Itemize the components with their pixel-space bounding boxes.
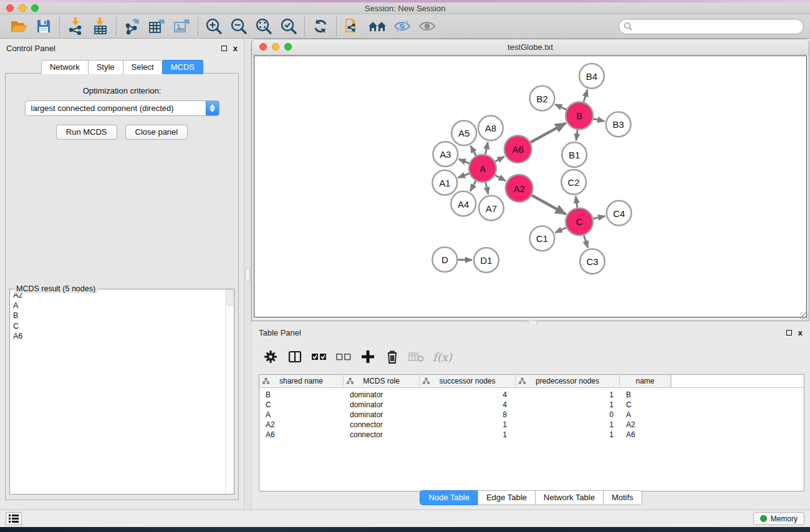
graph-node-A4[interactable]: A4 [451, 191, 476, 216]
duplicate-network-icon[interactable] [340, 16, 365, 36]
memory-button[interactable]: Memory [753, 512, 804, 525]
table-row[interactable]: A dominator 8 0 A [259, 410, 804, 420]
network-canvas[interactable]: B4B2BB3A5A8A6B1A3AC2A1A2A4A7C4CC1C3DD1 [254, 56, 807, 317]
graph-edge-A-A4[interactable] [470, 181, 476, 191]
graph-edge-A-A2[interactable] [495, 175, 506, 181]
select-all-icon[interactable] [310, 347, 329, 366]
export-image-icon[interactable] [170, 16, 195, 36]
graph-node-A5[interactable]: A5 [451, 120, 476, 145]
graph-node-A1[interactable]: A1 [432, 170, 457, 195]
import-network-icon[interactable] [63, 16, 88, 36]
search-input[interactable] [632, 20, 803, 32]
cell-shared-name[interactable]: A2 [259, 420, 344, 430]
cell-successor-nodes[interactable]: 8 [420, 410, 516, 420]
open-session-icon[interactable] [6, 16, 31, 36]
graph-node-B2[interactable]: B2 [530, 86, 555, 111]
graph-node-A7[interactable]: A7 [479, 196, 504, 221]
cell-shared-name[interactable]: A [259, 410, 344, 420]
save-session-icon[interactable] [31, 16, 56, 36]
graph-node-C3[interactable]: C3 [580, 249, 605, 274]
graph-edge-C-C2[interactable] [576, 196, 577, 208]
column-header-predecessor-nodes[interactable]: predecessor nodes [516, 375, 620, 387]
cell-predecessor-nodes[interactable]: 0 [516, 410, 620, 420]
graph-node-C[interactable]: C [566, 208, 593, 236]
graph-edge-A-A8[interactable] [485, 142, 488, 155]
column-header-successor-nodes[interactable]: successor nodes [420, 375, 516, 387]
network-graph-svg[interactable]: B4B2BB3A5A8A6B1A3AC2A1A2A4A7C4CC1C3DD1 [254, 56, 806, 317]
graph-edge-B-B2[interactable] [555, 104, 566, 110]
cell-name[interactable]: B [620, 390, 671, 400]
graph-node-A6[interactable]: A6 [504, 135, 532, 163]
graph-node-D[interactable]: D [432, 247, 457, 272]
graph-node-D1[interactable]: D1 [474, 248, 499, 273]
home-icon[interactable] [365, 16, 390, 36]
graph-edge-B-B1[interactable] [576, 130, 577, 140]
graph-node-A8[interactable]: A8 [478, 115, 503, 140]
table-row[interactable]: A2 connector 1 1 A2 [259, 420, 804, 430]
export-network-icon[interactable] [120, 16, 145, 36]
table-row[interactable]: C dominator 4 1 C [259, 400, 804, 410]
mcds-result-item[interactable]: B [11, 311, 225, 321]
graph-edge-A-A5[interactable] [471, 146, 476, 156]
column-header-shared-name[interactable]: shared name [259, 375, 344, 387]
show-graphics-details-icon[interactable] [415, 16, 440, 36]
tab-mcds[interactable]: MCDS [162, 60, 203, 74]
hide-graphics-details-icon[interactable] [390, 16, 415, 36]
cell-name[interactable]: C [620, 400, 671, 410]
graph-node-B4[interactable]: B4 [579, 64, 604, 89]
tab-edge-table[interactable]: Edge Table [478, 490, 536, 505]
tab-style[interactable]: Style [88, 60, 123, 74]
float-panel-icon[interactable] [221, 46, 227, 51]
cell-successor-nodes[interactable]: 1 [420, 430, 516, 440]
zoom-out-icon[interactable] [226, 16, 251, 36]
graph-node-A3[interactable]: A3 [433, 142, 458, 167]
cell-mcds-role[interactable]: dominator [344, 400, 420, 410]
delete-column-trash-icon[interactable] [383, 347, 402, 366]
cell-name[interactable]: A [620, 410, 671, 420]
cell-mcds-role[interactable]: connector [344, 430, 420, 440]
cell-name[interactable]: A6 [620, 430, 671, 440]
cell-mcds-role[interactable]: connector [344, 420, 420, 430]
tab-network[interactable]: Network [41, 60, 89, 74]
graph-node-C1[interactable]: C1 [530, 226, 555, 251]
cell-shared-name[interactable]: B [259, 390, 344, 400]
search-field[interactable] [619, 19, 804, 34]
graph-edge-C-C1[interactable] [555, 228, 566, 233]
cell-successor-nodes[interactable]: 4 [420, 390, 516, 400]
vertical-split-divider[interactable] [244, 39, 251, 510]
graph-edge-A-A3[interactable] [459, 159, 470, 163]
graph-node-A[interactable]: A [469, 155, 496, 182]
graph-edge-A-A1[interactable] [458, 173, 470, 178]
table-row[interactable]: A6 connector 1 1 A6 [259, 430, 804, 440]
graph-edge-A2-C[interactable] [532, 195, 566, 214]
graph-node-C4[interactable]: C4 [607, 201, 632, 226]
cell-successor-nodes[interactable]: 1 [420, 420, 516, 430]
cell-predecessor-nodes[interactable]: 1 [516, 420, 620, 430]
deselect-all-icon[interactable] [334, 347, 353, 366]
tab-motifs[interactable]: Motifs [603, 490, 642, 505]
cell-mcds-role[interactable]: dominator [344, 410, 420, 420]
zoom-in-icon[interactable] [201, 16, 226, 36]
graph-edge-B-B4[interactable] [584, 90, 587, 102]
graph-node-B3[interactable]: B3 [606, 112, 631, 137]
column-header-mcds-role[interactable]: MCDS role [344, 375, 420, 387]
zoom-fit-icon[interactable] [251, 16, 276, 36]
split-collapse-handle[interactable] [245, 268, 250, 282]
cell-mcds-role[interactable]: dominator [344, 390, 420, 400]
graph-edge-A-A6[interactable] [495, 157, 504, 162]
cell-predecessor-nodes[interactable]: 1 [516, 400, 620, 410]
task-history-button[interactable] [6, 512, 22, 525]
run-mcds-button[interactable]: Run MCDS [56, 125, 117, 140]
float-table-panel-icon[interactable] [786, 330, 792, 336]
result-scrollbar[interactable] [225, 289, 234, 494]
mcds-result-item[interactable]: A6 [11, 331, 225, 342]
graph-edge-C-C4[interactable] [593, 216, 605, 218]
export-table-icon[interactable] [145, 16, 170, 36]
add-column-icon[interactable] [359, 347, 377, 366]
graph-node-B1[interactable]: B1 [562, 142, 587, 167]
graph-node-B[interactable]: B [566, 102, 593, 130]
graph-edge-B-B3[interactable] [593, 118, 604, 121]
graph-node-A2[interactable]: A2 [506, 175, 533, 202]
window-resize-grip-icon[interactable] [800, 312, 808, 320]
column-layout-icon[interactable] [286, 347, 304, 366]
